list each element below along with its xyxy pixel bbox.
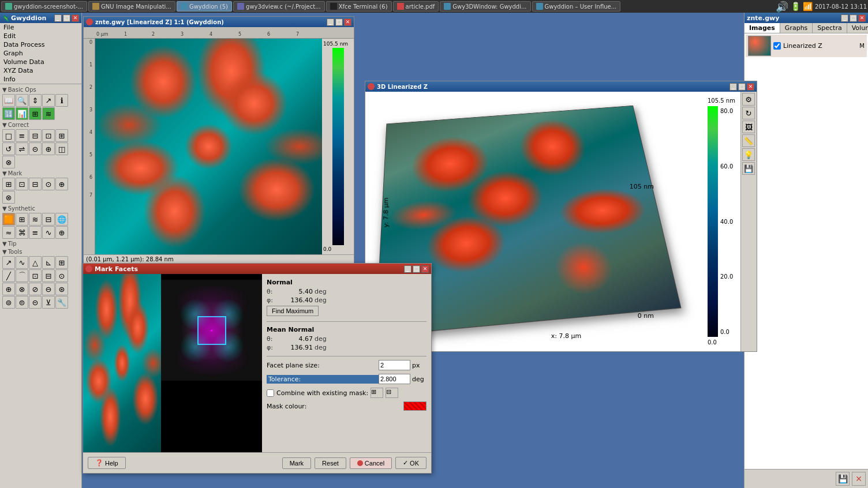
tool-s6[interactable]: ≈ (2, 226, 15, 239)
tab-images[interactable]: Images (744, 23, 780, 33)
3d-btn-scale[interactable]: 📏 (742, 134, 755, 147)
tool-s8[interactable]: ≡ (29, 226, 42, 239)
tool-s7[interactable]: ⌘ (16, 226, 28, 239)
taskbar-btn-gwy3dwindow[interactable]: Gwy3DWindow: Gwyddi... (440, 1, 530, 12)
browser-save-btn[interactable]: 💾 (836, 472, 850, 486)
facet-plane-input[interactable] (379, 360, 410, 370)
tool-export[interactable]: ↗ (42, 94, 55, 107)
dialog-close[interactable]: ✕ (421, 265, 429, 273)
taskbar-btn-gwy3d[interactable]: gwy3dview.c (~/.Project... (233, 1, 325, 12)
3d-btn-gear[interactable]: ⚙ (742, 93, 755, 106)
tool-s2[interactable]: ⊞ (16, 213, 28, 226)
tool-c2[interactable]: ≡ (16, 129, 28, 142)
tool-t8[interactable]: ⊡ (29, 269, 42, 282)
tool-t2[interactable]: ∿ (16, 256, 28, 269)
tool-t16[interactable]: ⊚ (2, 296, 15, 309)
tab-graphs[interactable]: Graphs (780, 23, 813, 33)
win3d-minimize[interactable]: _ (729, 83, 737, 91)
tool-t20[interactable]: 🔧 (55, 296, 68, 309)
menu-info[interactable]: Info (0, 75, 81, 84)
win3d-close[interactable]: ✕ (747, 83, 754, 91)
tool-read[interactable]: 📖 (2, 94, 15, 107)
menu-graph[interactable]: Graph (0, 49, 81, 58)
tool-s3[interactable]: ≋ (29, 213, 42, 226)
tool-t18[interactable]: ⊝ (29, 296, 42, 309)
tool-t4[interactable]: ⊾ (42, 256, 55, 269)
tool-c3[interactable]: ⊟ (29, 129, 42, 142)
taskbar-btn-screenshot[interactable]: gwyddion-screenshot-... (1, 1, 87, 12)
tool-c1[interactable]: □ (2, 129, 15, 142)
tool-t3[interactable]: △ (29, 256, 42, 269)
tool-green2[interactable]: 📊 (16, 107, 28, 120)
tool-c6[interactable]: ↺ (2, 142, 15, 155)
data-minimize[interactable]: _ (327, 18, 334, 26)
image-canvas[interactable] (95, 39, 322, 254)
tool-green4[interactable]: ≋ (42, 107, 55, 120)
tolerance-input[interactable] (379, 374, 410, 384)
data-maximize[interactable]: □ (335, 18, 343, 26)
tool-shift[interactable]: ⇕ (29, 94, 42, 107)
combine-btn1[interactable]: ⊞ (371, 388, 383, 398)
3d-btn-light[interactable]: 💡 (742, 148, 755, 161)
tool-c10[interactable]: ◫ (55, 142, 68, 155)
reset-button[interactable]: Reset (315, 457, 346, 469)
tool-green1[interactable]: 🔢 (2, 107, 15, 120)
find-maximum-btn[interactable]: Find Maximum (267, 306, 319, 316)
browser-maximize[interactable]: □ (850, 14, 857, 22)
tab-volume[interactable]: Volume (847, 23, 868, 33)
tool-s4[interactable]: ⊟ (42, 213, 55, 226)
main-maximize-btn[interactable]: □ (63, 14, 70, 22)
browser-close[interactable]: ✕ (858, 14, 866, 22)
tool-c4[interactable]: ⊡ (42, 129, 55, 142)
tool-c5[interactable]: ⊞ (55, 129, 68, 142)
tool-m1[interactable]: ⊞ (2, 178, 15, 190)
item-checkbox[interactable] (773, 42, 781, 50)
taskbar-btn-gwyddion5[interactable]: Gwyddion (5) (177, 1, 232, 12)
main-minimize-btn[interactable]: _ (54, 14, 62, 22)
tool-c8[interactable]: ⊝ (29, 142, 42, 155)
mark-button[interactable]: Mark (282, 457, 311, 469)
combine-checkbox[interactable] (267, 389, 274, 397)
tool-c11[interactable]: ⊗ (2, 156, 15, 168)
taskbar-btn-article[interactable]: article.pdf (393, 1, 439, 12)
tool-t6[interactable]: ╱ (2, 269, 15, 282)
main-close-btn[interactable]: ✕ (72, 14, 79, 22)
tool-zoom[interactable]: 🔍 (16, 94, 28, 107)
3d-btn-save[interactable]: 💾 (742, 162, 755, 175)
tool-t7[interactable]: ⌒ (16, 269, 28, 282)
menu-file[interactable]: File (0, 23, 81, 32)
dialog-preview[interactable] (83, 274, 161, 452)
tool-t9[interactable]: ⊟ (42, 269, 55, 282)
combine-btn2[interactable]: ⊟ (386, 388, 398, 398)
dialog-maximize[interactable]: □ (413, 265, 420, 273)
tool-s9[interactable]: ∿ (42, 226, 55, 239)
tab-spectra[interactable]: Spectra (813, 23, 847, 33)
browser-item-linearized[interactable]: Linearized Z M (746, 35, 867, 57)
tool-c7[interactable]: ⇌ (16, 142, 28, 155)
browser-minimize[interactable]: _ (841, 14, 848, 22)
data-close[interactable]: ✕ (344, 18, 351, 26)
menu-edit[interactable]: Edit (0, 32, 81, 40)
tool-m3[interactable]: ⊟ (29, 178, 42, 190)
tool-m4[interactable]: ⊙ (42, 178, 55, 190)
browser-close-btn[interactable]: ✕ (852, 472, 866, 486)
3d-btn-rotate[interactable]: ↻ (742, 107, 755, 119)
tool-info[interactable]: ℹ (55, 94, 68, 107)
tool-t19[interactable]: ⊻ (42, 296, 55, 309)
tool-s1[interactable]: 🟧 (2, 213, 15, 226)
taskbar-btn-gwyuserinfluence[interactable]: Gwyddion – User Influe... (532, 1, 621, 12)
tool-t10[interactable]: ⊙ (55, 269, 68, 282)
tool-m6[interactable]: ⊗ (2, 191, 15, 204)
tool-s10[interactable]: ⊕ (55, 226, 68, 239)
help-button[interactable]: ❓ Help (88, 457, 126, 469)
taskbar-btn-terminal[interactable]: Xfce Terminal (6) (326, 1, 392, 12)
mask-color-swatch[interactable] (403, 401, 426, 411)
tool-t15[interactable]: ⊛ (55, 283, 68, 295)
tool-t14[interactable]: ⊖ (42, 283, 55, 295)
tool-c9[interactable]: ⊕ (42, 142, 55, 155)
tool-t1[interactable]: ↗ (2, 256, 15, 269)
cancel-button[interactable]: Cancel (350, 457, 392, 469)
ok-button[interactable]: ✓ OK (395, 457, 426, 469)
tool-m5[interactable]: ⊕ (55, 178, 68, 190)
3d-btn-image[interactable]: 🖼 (742, 121, 755, 133)
